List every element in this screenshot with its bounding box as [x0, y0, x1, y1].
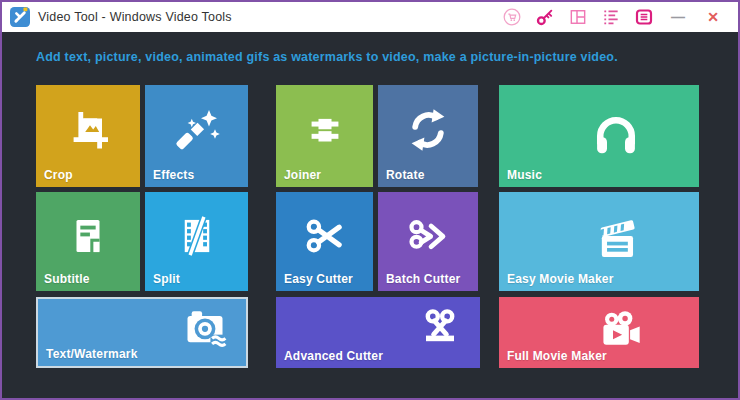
register-key-icon[interactable] — [535, 7, 555, 27]
rotate-arrows-icon — [404, 106, 452, 154]
close-button[interactable]: ✕ — [702, 7, 724, 27]
subtitle-doc-icon — [65, 213, 111, 259]
tile-advanced-cutter[interactable]: Advanced Cutter — [276, 297, 480, 368]
tile-label: Rotate — [386, 168, 425, 182]
scissors-icon — [302, 213, 348, 259]
tile-easy-cutter[interactable]: Easy Cutter — [276, 192, 373, 291]
tile-label: Effects — [153, 168, 194, 182]
magic-wand-icon — [173, 106, 221, 154]
tile-label: Advanced Cutter — [284, 349, 383, 363]
filmstrip-split-icon — [174, 213, 220, 259]
tile-label: Joiner — [284, 168, 321, 182]
tile-label: Split — [153, 272, 180, 286]
tile-label: Crop — [44, 168, 73, 182]
tile-effects[interactable]: Effects — [145, 85, 248, 187]
headphones-icon — [589, 107, 643, 161]
tile-label: Text/Watermark — [46, 347, 138, 361]
feature-tagline: Add text, picture, video, animated gifs … — [36, 50, 618, 64]
tile-label: Music — [507, 168, 542, 182]
titlebar: Video Tool - Windows Video Tools — [2, 2, 738, 32]
tile-label: Batch Cutter — [386, 272, 460, 286]
clapperboard-icon — [591, 214, 643, 266]
tile-joiner[interactable]: Joiner — [276, 85, 373, 187]
scissors-bar-icon — [416, 304, 464, 352]
tile-split[interactable]: Split — [145, 192, 248, 291]
tile-music[interactable]: Music — [499, 85, 699, 187]
crop-icon — [64, 106, 112, 154]
app-logo-icon — [10, 7, 30, 27]
tile-full-movie-maker[interactable]: Full Movie Maker — [499, 297, 699, 368]
batch-scissors-icon — [405, 213, 451, 259]
tile-easy-movie-maker[interactable]: Easy Movie Maker — [499, 192, 699, 291]
tile-rotate[interactable]: Rotate — [378, 85, 478, 187]
tile-label: Easy Movie Maker — [507, 272, 614, 286]
tile-subtitle[interactable]: Subtitle — [36, 192, 140, 291]
tile-label: Full Movie Maker — [507, 349, 607, 363]
tile-text-watermark[interactable]: Text/Watermark — [36, 297, 248, 368]
tile-label: Easy Cutter — [284, 272, 353, 286]
window-title: Video Tool - Windows Video Tools — [38, 10, 232, 24]
titlebar-actions: — ✕ — [502, 7, 738, 27]
app-window: Video Tool - Windows Video Tools — [0, 0, 740, 400]
watermark-camera-icon — [180, 303, 230, 353]
tile-crop[interactable]: Crop — [36, 85, 140, 187]
store-cart-icon[interactable] — [502, 7, 522, 27]
tile-batch-cutter[interactable]: Batch Cutter — [378, 192, 478, 291]
menu-icon[interactable] — [634, 7, 654, 27]
content-area: Add text, picture, video, animated gifs … — [2, 32, 738, 398]
tile-label: Subtitle — [44, 272, 90, 286]
join-segments-icon — [302, 107, 348, 153]
layout-panels-icon[interactable] — [568, 7, 588, 27]
minimize-button[interactable]: — — [667, 7, 689, 27]
task-list-icon[interactable] — [601, 7, 621, 27]
